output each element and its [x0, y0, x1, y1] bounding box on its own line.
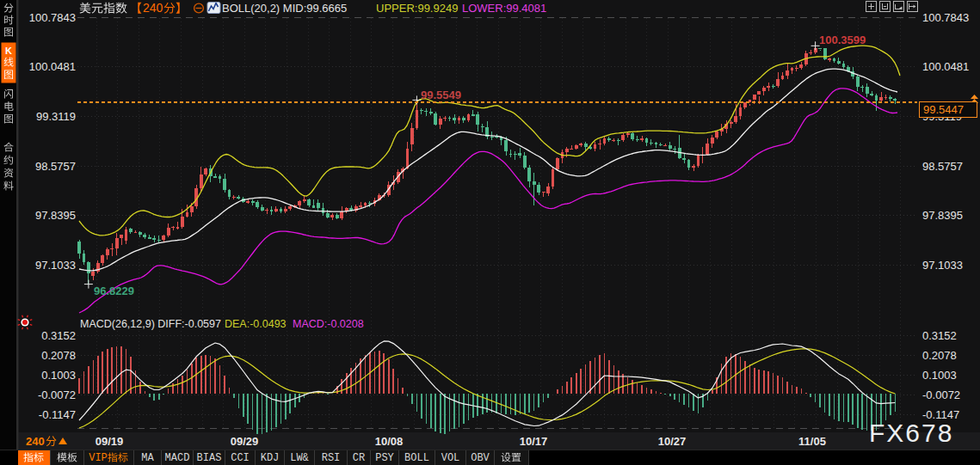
- svg-text:97.1033: 97.1033: [922, 259, 963, 272]
- svg-text:0.3152: 0.3152: [41, 329, 76, 342]
- svg-text:98.5757: 98.5757: [35, 160, 76, 173]
- svg-text:09/19: 09/19: [96, 435, 124, 448]
- svg-text:96.8229: 96.8229: [94, 285, 134, 297]
- svg-text:0.1003: 0.1003: [922, 369, 957, 382]
- svg-text:97.8395: 97.8395: [922, 209, 963, 222]
- svg-text:97.8395: 97.8395: [35, 209, 76, 222]
- svg-text:100.7843: 100.7843: [922, 11, 969, 24]
- svg-text:100.3599: 100.3599: [819, 34, 866, 46]
- svg-text:BOLL(20,2) MID:99.6665: BOLL(20,2) MID:99.6665: [222, 2, 347, 15]
- svg-text:-0.0072: -0.0072: [922, 389, 960, 401]
- svg-text:240: 240: [26, 435, 45, 448]
- svg-text:100.7843: 100.7843: [29, 11, 76, 24]
- svg-text:100.0481: 100.0481: [922, 60, 969, 73]
- svg-text:99.5549: 99.5549: [421, 89, 461, 101]
- svg-text:99.3119: 99.3119: [36, 110, 76, 123]
- svg-text:0.3152: 0.3152: [922, 329, 957, 342]
- svg-text:10/27: 10/27: [658, 435, 687, 448]
- svg-text:98.5757: 98.5757: [922, 160, 963, 173]
- svg-text:10/08: 10/08: [375, 435, 404, 448]
- svg-text:LOWER:99.4081: LOWER:99.4081: [462, 2, 546, 15]
- svg-text:-0.1147: -0.1147: [39, 408, 76, 421]
- svg-text:10/17: 10/17: [520, 435, 548, 448]
- svg-text:FX678: FX678: [869, 419, 953, 447]
- svg-text:K: K: [5, 46, 12, 56]
- svg-text:0.2078: 0.2078: [41, 349, 76, 362]
- svg-text:UPPER:99.9249: UPPER:99.9249: [376, 2, 458, 15]
- svg-text:0.1003: 0.1003: [41, 369, 76, 382]
- svg-text:DEA:-0.0493: DEA:-0.0493: [225, 318, 287, 330]
- svg-text:240: 240: [143, 1, 163, 15]
- svg-text:-0.0072: -0.0072: [38, 389, 76, 401]
- svg-text:99.5447: 99.5447: [923, 103, 964, 116]
- svg-text:11/05: 11/05: [798, 435, 826, 448]
- svg-text:MACD(26,12,9) DIFF:-0.0597: MACD(26,12,9) DIFF:-0.0597: [80, 318, 221, 330]
- svg-text:09/29: 09/29: [231, 435, 259, 448]
- svg-text:97.1033: 97.1033: [35, 259, 76, 272]
- svg-text:100.0481: 100.0481: [29, 60, 76, 73]
- svg-text:MACD:-0.0208: MACD:-0.0208: [293, 318, 364, 330]
- svg-text:0.2078: 0.2078: [922, 349, 957, 362]
